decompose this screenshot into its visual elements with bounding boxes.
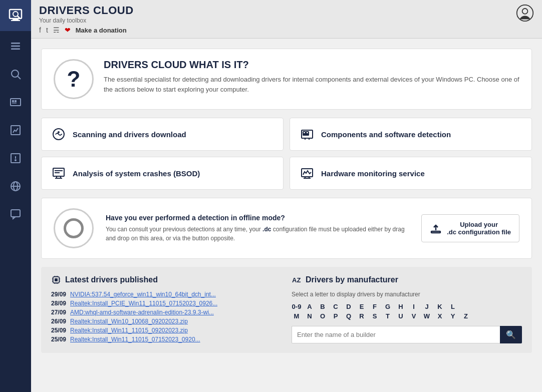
letter-button[interactable]: P (331, 312, 341, 320)
upload-dc-button[interactable]: Upload your.dc configuration file (421, 214, 519, 242)
manufacturers-title: AZ Drivers by manufacturer (292, 275, 522, 285)
globe-icon (10, 180, 22, 192)
donation-link[interactable]: Make a donation (76, 27, 127, 34)
letter-button[interactable]: S (370, 312, 380, 320)
letter-row-1: 0-9ABCDEFGHIJKL (292, 303, 522, 310)
sidebar-item-chart[interactable] (0, 117, 31, 143)
driver-link[interactable]: Realtek:Install_Win11_11015_07152023_092… (70, 336, 200, 343)
latest-drivers-title: Latest drivers published (51, 275, 282, 285)
letter-button[interactable]: H (396, 303, 406, 310)
chart-icon (10, 124, 22, 136)
letter-button[interactable]: D (344, 303, 354, 310)
letter-button[interactable]: B (318, 303, 328, 310)
svg-rect-6 (11, 46, 20, 47)
bsod-icon (52, 166, 66, 180)
header-title-group: DRIVERS CLOUD Your daily toolbox (39, 4, 134, 24)
rss-link[interactable]: ☴ (53, 26, 60, 34)
offline-text: Have you ever performed a detection in o… (106, 214, 409, 243)
sidebar-logo[interactable] (0, 0, 31, 31)
scan-label: Scanning and drivers download (73, 130, 186, 139)
letter-button[interactable]: A (305, 303, 315, 310)
sidebar-item-alert[interactable] (0, 145, 31, 171)
monitoring-label: Hardware monitoring service (321, 169, 425, 178)
hardware-icon (10, 96, 22, 108)
scan-icon (52, 127, 66, 141)
letter-grid: 0-9ABCDEFGHIJKL MNOPQRSTUVWXYZ (292, 303, 522, 320)
app-subtitle: Your daily toolbox (39, 17, 134, 24)
letter-button[interactable]: C (331, 303, 341, 310)
twitter-link[interactable]: t (46, 26, 48, 34)
action-bsod[interactable]: Analysis of system crashes (BSOD) (41, 157, 284, 190)
letter-button[interactable]: T (383, 312, 393, 320)
sidebar-item-menu[interactable] (0, 33, 31, 59)
letter-button[interactable]: L (448, 303, 458, 310)
sidebar-item-globe[interactable] (0, 173, 31, 199)
letter-button[interactable]: Z (461, 312, 471, 320)
driver-link[interactable]: Realtek:Install_Win10_10068_09202023.zip (70, 318, 188, 325)
letter-button[interactable]: I (409, 303, 419, 310)
list-item: 29/09NVIDIA:537.54_geforce_win11_win10_6… (51, 291, 282, 298)
driver-link[interactable]: NVIDIA:537.54_geforce_win11_win10_64bit_… (70, 291, 216, 298)
letter-button[interactable]: X (435, 312, 445, 320)
user-account-button[interactable] (516, 4, 534, 24)
driver-date: 25/09 (51, 336, 66, 343)
action-scan[interactable]: Scanning and drivers download (41, 118, 284, 151)
facebook-link[interactable]: f (39, 26, 41, 34)
letter-button[interactable]: G (383, 303, 393, 310)
action-components[interactable]: Components and software detection (290, 118, 532, 151)
driver-date: 25/09 (51, 327, 66, 334)
letter-button[interactable]: K (435, 303, 445, 310)
letter-button[interactable]: V (409, 312, 419, 320)
chat-icon (10, 208, 22, 220)
svg-rect-31 (303, 134, 309, 135)
manufacturer-description: Select a letter to display drivers by ma… (292, 291, 522, 298)
sidebar-item-hardware[interactable] (0, 89, 31, 115)
builder-search-button[interactable]: 🔍 (500, 326, 522, 343)
header-top: DRIVERS CLOUD Your daily toolbox (39, 4, 534, 24)
monitoring-icon (300, 166, 314, 180)
manufacturers-col: AZ Drivers by manufacturer Select a lett… (292, 275, 522, 345)
letter-button[interactable]: E (357, 303, 367, 310)
svg-point-23 (522, 9, 528, 14)
letter-button[interactable]: F (370, 303, 380, 310)
sidebar-item-chat[interactable] (0, 201, 31, 227)
upload-icon (430, 222, 442, 234)
list-item: 27/09AMD:whql-amd-software-adrenalin-edi… (51, 309, 282, 316)
letter-button[interactable]: Q (344, 312, 354, 320)
driver-date: 27/09 (51, 309, 66, 316)
letter-button[interactable]: 0-9 (292, 303, 302, 310)
letter-button[interactable]: Y (448, 312, 458, 320)
driver-link[interactable]: AMD:whql-amd-software-adrenalin-edition-… (70, 309, 214, 316)
svg-point-17 (15, 160, 16, 161)
list-item: 25/09Realtek:Install_Win11_11015_0920202… (51, 327, 282, 334)
main-content: DRIVERS CLOUD Your daily toolbox f t ☴ ❤… (31, 0, 542, 392)
letter-button[interactable]: N (305, 312, 315, 320)
letter-button[interactable]: U (396, 312, 406, 320)
letter-button[interactable]: J (422, 303, 432, 310)
offline-icon (54, 208, 94, 248)
letter-button[interactable]: M (292, 312, 302, 320)
action-monitoring[interactable]: Hardware monitoring service (290, 157, 532, 190)
driver-link[interactable]: Realtek:Install_PCIE_Win11_11015_0715202… (70, 300, 217, 307)
builder-search-input[interactable] (292, 326, 500, 343)
svg-rect-45 (431, 231, 440, 233)
letter-button[interactable]: W (422, 312, 432, 320)
info-text: DRIVERS CLOUD WHAT IS IT? The essential … (104, 59, 519, 94)
letter-button[interactable]: O (318, 312, 328, 320)
page-content: ? DRIVERS CLOUD WHAT IS IT? The essentia… (31, 39, 542, 392)
driver-link[interactable]: Realtek:Install_Win11_11015_09202023.zip (70, 327, 188, 334)
svg-rect-47 (55, 278, 58, 281)
az-icon: AZ (292, 275, 302, 285)
sidebar-item-search[interactable] (0, 61, 31, 87)
builder-search: 🔍 (292, 326, 522, 343)
letter-button[interactable]: R (357, 312, 367, 320)
info-description: The essential specialist for detecting a… (104, 75, 519, 94)
bsod-label: Analysis of system crashes (BSOD) (73, 169, 200, 178)
offline-inner (64, 218, 84, 238)
list-item: 28/09Realtek:Install_PCIE_Win11_11015_07… (51, 300, 282, 307)
components-icon (300, 127, 314, 141)
chip-icon (51, 275, 61, 285)
list-item: 25/09Realtek:Install_Win11_11015_0715202… (51, 336, 282, 343)
svg-rect-2 (11, 20, 20, 21)
menu-icon (10, 40, 22, 52)
